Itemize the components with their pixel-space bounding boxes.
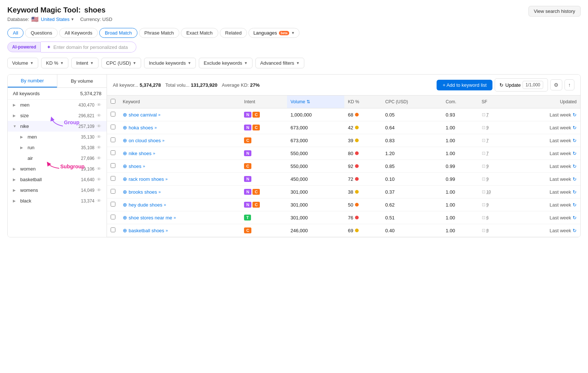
eye-icon[interactable]: 👁 bbox=[97, 166, 101, 172]
row-checkbox-cell[interactable] bbox=[107, 108, 119, 121]
navigate-icon[interactable]: » bbox=[162, 138, 164, 143]
row-checkbox-cell[interactable] bbox=[107, 173, 119, 186]
eye-icon[interactable]: 👁 bbox=[97, 134, 101, 140]
country-link[interactable]: United States ▼ bbox=[41, 17, 74, 22]
keyword-link[interactable]: ⊕ shoe carnival » bbox=[123, 112, 237, 118]
tab-phrase-match[interactable]: Phrase Match bbox=[139, 28, 179, 38]
row-checkbox[interactable] bbox=[111, 125, 115, 129]
filter-kd[interactable]: KD % ▼ bbox=[41, 58, 68, 68]
sidebar-item-men[interactable]: ▶ men 430,470 👁 bbox=[8, 100, 107, 110]
refresh-icon[interactable]: ↻ bbox=[573, 112, 577, 118]
eye-icon[interactable]: 👁 bbox=[97, 177, 101, 182]
tab-related[interactable]: Related bbox=[220, 28, 247, 38]
eye-icon[interactable]: 👁 bbox=[97, 187, 101, 193]
sidebar-item-nike-air[interactable]: ▶ air 27,696 👁 bbox=[8, 153, 107, 164]
keyword-link[interactable]: ⊕ shoe stores near me » bbox=[123, 215, 237, 220]
domain-input[interactable]: ✦ Enter domain for personalized data bbox=[41, 42, 136, 53]
keyword-link[interactable]: ⊕ rack room shoes » bbox=[123, 176, 237, 182]
sidebar-by-volume-btn[interactable]: By volume bbox=[57, 75, 107, 87]
filter-volume[interactable]: Volume ▼ bbox=[7, 58, 38, 68]
eye-icon[interactable]: 👁 bbox=[97, 123, 101, 129]
sidebar-item-nike-men[interactable]: ▶ men 35,130 👁 bbox=[8, 132, 107, 142]
collapse-icon[interactable]: ▼ bbox=[13, 124, 18, 128]
row-checkbox-cell[interactable] bbox=[107, 198, 119, 211]
add-keyword-icon[interactable]: ⊕ bbox=[123, 112, 127, 118]
select-all-checkbox[interactable] bbox=[111, 99, 115, 104]
navigate-icon[interactable]: » bbox=[174, 215, 176, 220]
refresh-icon[interactable]: ↻ bbox=[573, 125, 577, 130]
row-checkbox[interactable] bbox=[111, 227, 115, 232]
row-checkbox[interactable] bbox=[111, 176, 115, 181]
sidebar-item-basketball[interactable]: ▶ basketball 14,640 👁 bbox=[8, 174, 107, 185]
sidebar-item-size[interactable]: ▶ size 296,821 👁 bbox=[8, 110, 107, 121]
expand-icon[interactable]: ▶ bbox=[20, 135, 25, 139]
sidebar-item-women[interactable]: ▶ women 19,106 👁 bbox=[8, 164, 107, 174]
view-history-button[interactable]: View search history bbox=[528, 6, 581, 17]
eye-icon[interactable]: 👁 bbox=[97, 155, 101, 161]
navigate-icon[interactable]: » bbox=[143, 164, 145, 168]
filter-exclude[interactable]: Exclude keywords ▼ bbox=[199, 58, 252, 68]
refresh-icon[interactable]: ↻ bbox=[573, 164, 577, 169]
eye-icon[interactable]: 👁 bbox=[97, 145, 101, 150]
add-keyword-icon[interactable]: ⊕ bbox=[123, 227, 127, 233]
filter-cpc[interactable]: CPC (USD) ▼ bbox=[101, 58, 141, 68]
row-checkbox-cell[interactable] bbox=[107, 121, 119, 134]
navigate-icon[interactable]: » bbox=[153, 151, 155, 155]
row-checkbox-cell[interactable] bbox=[107, 147, 119, 160]
keyword-link[interactable]: ⊕ shoes » bbox=[123, 163, 237, 169]
eye-icon[interactable]: 👁 bbox=[97, 102, 101, 108]
expand-icon[interactable]: ▶ bbox=[13, 188, 18, 192]
refresh-icon[interactable]: ↻ bbox=[573, 228, 577, 233]
refresh-icon[interactable]: ↻ bbox=[573, 138, 577, 143]
refresh-icon[interactable]: ↻ bbox=[573, 176, 577, 182]
keyword-link[interactable]: ⊕ basketball shoes » bbox=[123, 227, 237, 233]
add-to-keyword-list-button[interactable]: + Add to keyword list bbox=[437, 80, 492, 90]
add-keyword-icon[interactable]: ⊕ bbox=[123, 125, 127, 130]
row-checkbox-cell[interactable] bbox=[107, 134, 119, 147]
keyword-link[interactable]: ⊕ brooks shoes » bbox=[123, 189, 237, 195]
add-keyword-icon[interactable]: ⊕ bbox=[123, 163, 127, 169]
row-checkbox[interactable] bbox=[111, 163, 115, 168]
row-checkbox[interactable] bbox=[111, 215, 115, 219]
add-keyword-icon[interactable]: ⊕ bbox=[123, 137, 127, 143]
row-checkbox[interactable] bbox=[111, 189, 115, 194]
row-checkbox-cell[interactable] bbox=[107, 160, 119, 173]
refresh-icon[interactable]: ↻ bbox=[573, 189, 577, 195]
filter-include[interactable]: Include keywords ▼ bbox=[144, 58, 196, 68]
row-checkbox[interactable] bbox=[111, 202, 115, 207]
keyword-link[interactable]: ⊕ hey dude shoes » bbox=[123, 202, 237, 208]
tab-languages[interactable]: Languages beta ▼ bbox=[248, 28, 300, 38]
expand-icon[interactable]: ▶ bbox=[13, 114, 18, 118]
navigate-icon[interactable]: » bbox=[158, 112, 161, 117]
add-keyword-icon[interactable]: ⊕ bbox=[123, 189, 127, 195]
sidebar-item-womens[interactable]: ▶ womens 14,049 👁 bbox=[8, 185, 107, 196]
navigate-icon[interactable]: » bbox=[158, 190, 161, 194]
update-button[interactable]: ↻ Update 1/1,000 bbox=[495, 78, 548, 92]
add-keyword-icon[interactable]: ⊕ bbox=[123, 176, 127, 182]
settings-button[interactable]: ⚙ bbox=[550, 79, 562, 90]
tab-all-keywords[interactable]: All Keywords bbox=[59, 28, 98, 38]
sidebar-item-black[interactable]: ▶ black 13,374 👁 bbox=[8, 196, 107, 206]
refresh-icon[interactable]: ↻ bbox=[573, 202, 577, 208]
expand-icon[interactable]: ▶ bbox=[13, 177, 18, 182]
add-keyword-icon[interactable]: ⊕ bbox=[123, 202, 127, 208]
navigate-icon[interactable]: » bbox=[155, 125, 157, 130]
keyword-link[interactable]: ⊕ nike shoes » bbox=[123, 150, 237, 156]
expand-icon[interactable]: ▶ bbox=[13, 167, 18, 171]
row-checkbox[interactable] bbox=[111, 137, 115, 142]
expand-icon[interactable]: ▶ bbox=[13, 199, 18, 203]
col-volume[interactable]: Volume ⇅ bbox=[287, 96, 344, 108]
eye-icon[interactable]: 👁 bbox=[97, 198, 101, 204]
refresh-icon[interactable]: ↻ bbox=[573, 215, 577, 220]
expand-icon[interactable]: ▶ bbox=[13, 103, 18, 107]
keyword-link[interactable]: ⊕ hoka shoes » bbox=[123, 125, 237, 130]
navigate-icon[interactable]: » bbox=[165, 177, 168, 181]
tab-all[interactable]: All bbox=[7, 28, 24, 38]
refresh-icon[interactable]: ↻ bbox=[573, 151, 577, 156]
filter-advanced[interactable]: Advanced filters ▼ bbox=[255, 58, 304, 68]
sidebar-by-number-btn[interactable]: By number bbox=[8, 75, 57, 87]
navigate-icon[interactable]: » bbox=[164, 202, 166, 207]
add-keyword-icon[interactable]: ⊕ bbox=[123, 215, 127, 220]
keyword-link[interactable]: ⊕ on cloud shoes » bbox=[123, 137, 237, 143]
row-checkbox-cell[interactable] bbox=[107, 186, 119, 198]
